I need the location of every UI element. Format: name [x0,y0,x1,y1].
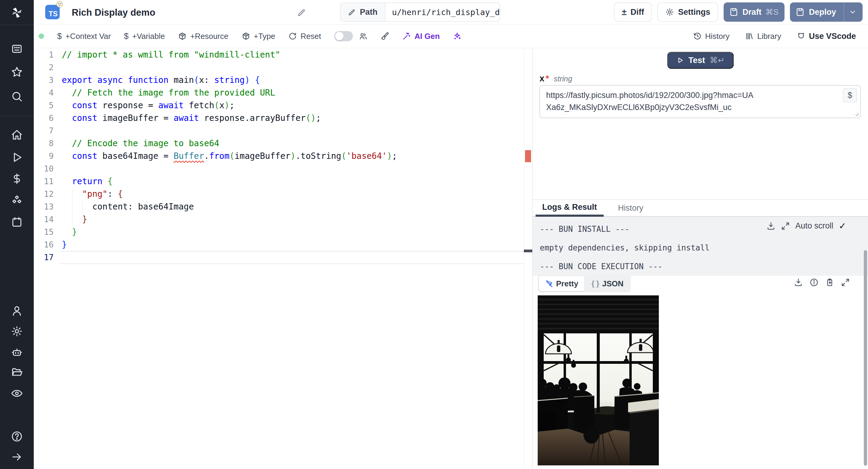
line-number-gutter[interactable]: 1234567891011121314151617 [34,49,56,264]
textarea-resize-handle[interactable] [854,111,859,116]
line-number[interactable]: 8 [34,137,56,150]
line-number[interactable]: 4 [34,87,56,99]
check-icon: ✓ [839,221,846,231]
robot-icon[interactable] [10,346,24,359]
code-line[interactable]: // Encode the image to base64 [62,137,523,150]
history-button[interactable]: History [693,32,730,41]
code-line[interactable]: } [62,239,523,251]
code-line[interactable] [62,162,523,175]
path-field[interactable]: Path u/henri/rich_display_demo [340,2,500,22]
required-asterisk: * [546,73,549,84]
code-line[interactable]: // import * as wmill from "windmill-clie… [62,49,523,61]
info-icon[interactable] [809,278,818,287]
argument-value[interactable]: https://fastly.picsum.photos/id/192/200/… [546,89,757,113]
home-icon[interactable] [10,128,24,142]
resources-boxes-icon[interactable] [10,194,24,207]
line-number[interactable]: 13 [34,200,56,213]
add-context-var-button[interactable]: $ +Context Var [57,32,111,41]
pretty-tab[interactable]: Pretty [539,276,584,291]
schedules-calendar-icon[interactable] [10,216,24,229]
ai-sparkles-button[interactable] [453,32,461,40]
expand-sidebar-arrow-icon[interactable] [10,450,24,464]
code-line[interactable] [62,124,523,137]
code-line[interactable]: const base64Image = Buffer.from(imageBuf… [62,150,523,162]
diff-label: Diff [630,7,644,17]
variables-dollar-icon[interactable] [10,172,24,185]
code-editor[interactable]: 1234567891011121314151617 // import * as… [34,48,532,469]
code-line[interactable]: content: base64Image [62,200,523,213]
overview-ruler[interactable] [524,48,532,469]
add-variable-button[interactable]: $ +Variable [124,32,165,41]
line-number[interactable]: 7 [34,124,56,137]
line-number[interactable]: 11 [34,175,56,188]
user-icon[interactable] [10,304,24,317]
code-line[interactable]: "png": { [62,188,523,200]
line-number[interactable]: 6 [34,112,56,124]
line-number[interactable]: 3 [34,74,56,87]
code-line[interactable]: } [62,226,523,239]
result-scrollbar[interactable] [864,250,867,466]
line-number[interactable]: 9 [34,150,56,162]
test-button[interactable]: Test ⌘↵ [667,52,734,69]
json-tab[interactable]: { } JSON [586,276,629,291]
tab-history[interactable]: History [612,200,650,216]
help-icon[interactable] [10,430,24,443]
line-number[interactable]: 16 [34,239,56,251]
line-number[interactable]: 15 [34,226,56,239]
settings-button[interactable]: Settings [657,2,718,22]
runs-play-icon[interactable] [10,151,24,164]
line-number[interactable]: 14 [34,213,56,226]
eye-icon[interactable] [10,387,24,400]
line-number[interactable]: 2 [34,61,56,74]
save-icon [796,7,805,17]
code-content[interactable]: // import * as wmill from "windmill-clie… [62,49,523,264]
add-resource-button[interactable]: +Resource [178,32,228,41]
add-variable-label: +Variable [132,32,165,41]
apps-icon[interactable] [10,42,24,56]
download-logs-icon[interactable] [767,222,775,230]
code-line[interactable]: return { [62,175,523,188]
code-line[interactable]: // Fetch the image from the provided URL [62,87,523,99]
code-line[interactable]: } [62,213,523,226]
log-controls: Auto scroll ✓ [767,221,846,231]
code-line[interactable] [62,251,523,264]
code-line[interactable]: export async function main(x: string) { [62,74,523,87]
fullscreen-result-icon[interactable] [841,278,850,287]
code-line[interactable] [62,61,523,74]
line-number[interactable]: 17 [34,251,56,264]
star-icon[interactable] [10,65,24,79]
code-line[interactable]: const response = await fetch(x); [62,99,523,112]
draft-button[interactable]: Draft ⌘S [724,2,784,22]
toolbar-right-group: History Library Use VScode [693,32,856,41]
insert-variable-button[interactable]: $ [843,88,857,102]
add-type-button[interactable]: +Type [242,32,276,41]
line-number[interactable]: 10 [34,162,56,175]
windmill-logo-icon[interactable] [10,6,24,19]
line-number[interactable]: 12 [34,188,56,200]
settings-gear-icon[interactable] [10,324,24,338]
search-icon[interactable] [10,90,24,103]
use-vscode-button[interactable]: Use VScode [797,32,856,41]
download-result-icon[interactable] [794,278,803,287]
line-number[interactable]: 5 [34,99,56,112]
copy-clipboard-icon[interactable] [825,278,834,287]
auto-scroll-label[interactable]: Auto scroll [795,221,833,230]
deploy-button[interactable]: Deploy [790,2,863,22]
code-line[interactable]: const imageBuffer = await response.array… [62,112,523,124]
folder-open-icon[interactable] [10,366,24,379]
format-brush-button[interactable] [381,32,389,40]
line-number[interactable]: 1 [34,49,56,61]
diff-button[interactable]: ± Diff [614,2,652,22]
ai-gen-button[interactable]: AI Gen [402,32,440,41]
edit-title-pencil-icon[interactable] [297,8,306,18]
library-button[interactable]: Library [745,32,781,41]
argument-input[interactable]: https://fastly.picsum.photos/id/192/200/… [539,85,861,118]
path-value[interactable]: u/henri/rich_display_demo [385,3,500,21]
package-icon [178,32,187,40]
ai-gen-label: AI Gen [414,32,440,41]
reset-button[interactable]: Reset [288,32,321,41]
expand-logs-icon[interactable] [781,222,790,230]
diff-mode-toggle[interactable] [334,31,353,41]
vscode-cat-icon [797,32,805,40]
tab-logs-result[interactable]: Logs & Result [535,200,604,217]
